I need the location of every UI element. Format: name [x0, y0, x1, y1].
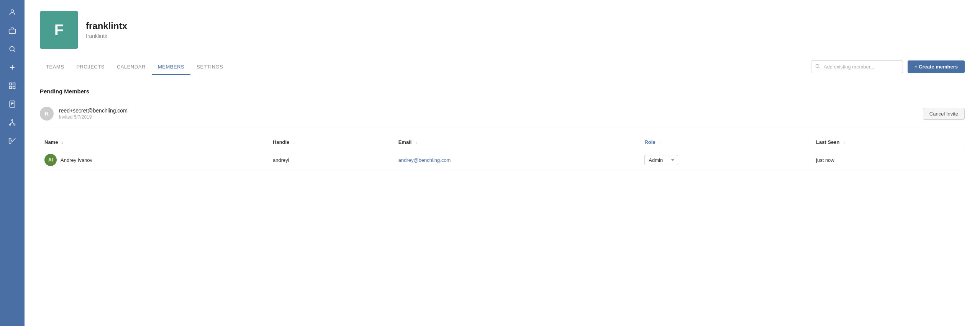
search-icon[interactable] — [5, 41, 20, 57]
pending-member-row: R reed+secret@benchling.com Invited 5/7/… — [40, 101, 965, 126]
org-header: F franklintx franklintx — [25, 0, 980, 57]
user-icon[interactable] — [5, 5, 20, 20]
org-name: franklintx — [86, 21, 127, 31]
sort-email-icon[interactable]: ↕ — [415, 141, 417, 145]
col-name: Name ↕ — [40, 135, 268, 149]
org-avatar: F — [40, 11, 78, 49]
briefcase-icon[interactable] — [5, 23, 20, 38]
org-info: franklintx franklintx — [86, 21, 127, 39]
notebook-icon[interactable] — [5, 96, 20, 112]
checklist-icon[interactable] — [5, 133, 20, 148]
svg-line-19 — [12, 122, 15, 124]
svg-point-14 — [11, 120, 13, 121]
pending-invited-date: Invited 5/7/2019 — [59, 114, 918, 120]
add-icon[interactable] — [5, 60, 20, 75]
svg-point-16 — [14, 124, 15, 125]
pending-members-section: Pending Members R reed+secret@benchling.… — [40, 88, 965, 126]
members-toolbar: + Create members — [811, 57, 965, 77]
sort-handle-icon[interactable]: ↕ — [293, 141, 295, 145]
tab-members[interactable]: MEMBERS — [152, 59, 190, 75]
svg-rect-20 — [9, 138, 11, 143]
svg-line-22 — [819, 67, 820, 68]
hierarchy-icon[interactable] — [5, 115, 20, 130]
svg-point-21 — [816, 64, 819, 67]
col-email: Email ↕ — [394, 135, 640, 149]
create-members-button[interactable]: + Create members — [908, 60, 965, 73]
tab-settings[interactable]: SETTINGS — [190, 59, 229, 75]
main-content: F franklintx franklintx TEAMS PROJECTS C… — [25, 0, 980, 326]
sort-role-icon[interactable]: ↑ — [659, 141, 661, 145]
sidebar — [0, 0, 25, 326]
tab-projects[interactable]: PROJECTS — [70, 59, 111, 75]
nav-tabs: TEAMS PROJECTS CALENDAR MEMBERS SETTINGS — [40, 59, 229, 75]
svg-line-3 — [14, 51, 15, 52]
svg-line-18 — [10, 122, 12, 124]
role-select[interactable]: Admin Member Owner — [644, 155, 678, 165]
search-member-icon — [815, 64, 820, 70]
pending-info: reed+secret@benchling.com Invited 5/7/20… — [59, 108, 918, 120]
grid-icon[interactable] — [5, 78, 20, 93]
svg-rect-7 — [13, 83, 15, 85]
tab-calendar[interactable]: CALENDAR — [111, 59, 152, 75]
member-email-link[interactable]: andrey@benchling.com — [398, 157, 451, 163]
col-handle: Handle ↕ — [268, 135, 394, 149]
cell-name: AI Andrey Ivanov — [40, 149, 268, 171]
svg-point-15 — [10, 124, 11, 125]
org-avatar-letter: F — [54, 21, 64, 39]
svg-rect-9 — [13, 86, 15, 89]
svg-rect-10 — [10, 101, 15, 108]
svg-rect-6 — [10, 83, 12, 85]
svg-rect-8 — [10, 86, 12, 89]
svg-point-2 — [10, 46, 14, 51]
col-role: Role ↑ — [640, 135, 811, 149]
search-member-input[interactable] — [811, 60, 903, 73]
col-last-seen: Last Seen ↕ — [811, 135, 965, 149]
pending-section-title: Pending Members — [40, 88, 965, 95]
pending-email: reed+secret@benchling.com — [59, 108, 918, 114]
svg-point-0 — [11, 10, 14, 12]
table-row: AI Andrey Ivanov andreyi andrey@benchlin… — [40, 149, 965, 171]
members-table: Name ↕ Handle ↕ Email ↕ Role ↑ — [40, 135, 965, 171]
cell-handle: andreyi — [268, 149, 394, 171]
member-name: Andrey Ivanov — [61, 157, 92, 163]
cell-email: andrey@benchling.com — [394, 149, 640, 171]
svg-rect-1 — [9, 29, 16, 34]
content-area: Pending Members R reed+secret@benchling.… — [25, 77, 980, 326]
sort-lastseen-icon[interactable]: ↕ — [843, 141, 845, 145]
member-avatar: AI — [44, 154, 57, 166]
cell-role: Admin Member Owner — [640, 149, 811, 171]
sort-name-icon[interactable]: ↕ — [62, 141, 64, 145]
pending-avatar: R — [40, 107, 54, 121]
cell-last-seen: just now — [811, 149, 965, 171]
search-member-wrapper — [811, 60, 903, 73]
tab-teams[interactable]: TEAMS — [40, 59, 70, 75]
cancel-invite-button[interactable]: Cancel Invite — [923, 108, 965, 120]
org-handle: franklintx — [86, 33, 127, 39]
